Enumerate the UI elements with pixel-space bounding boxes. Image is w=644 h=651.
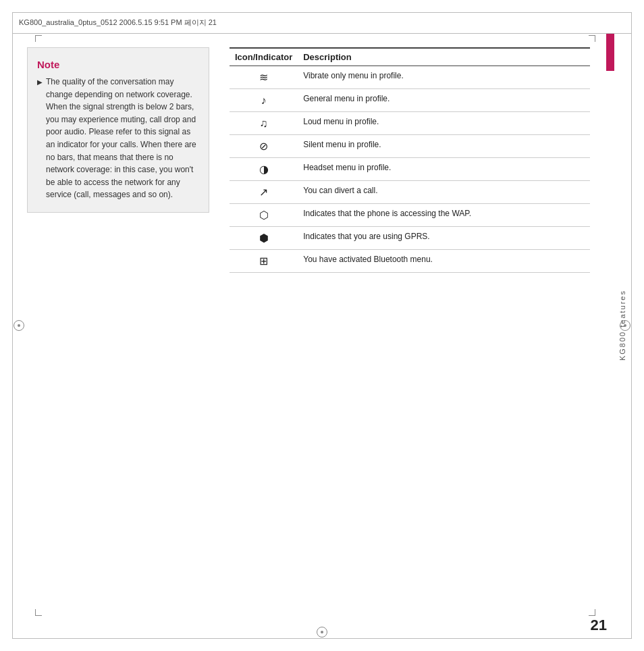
description-cell: Vibrate only menu in profile. bbox=[298, 66, 590, 89]
icon-cell: ⬡ bbox=[230, 204, 298, 227]
col2-header: Description bbox=[298, 48, 590, 66]
table-row: ≋Vibrate only menu in profile. bbox=[230, 66, 590, 89]
icon-indicator: ⬡ bbox=[259, 209, 269, 222]
note-title: Note bbox=[37, 59, 199, 70]
description-cell: Indicates that the phone is accessing th… bbox=[298, 204, 590, 227]
icon-indicator: ⊘ bbox=[259, 140, 268, 153]
table-header-row: Icon/Indicator Description bbox=[230, 48, 590, 66]
icon-cell: ⬢ bbox=[230, 227, 298, 250]
description-cell: Indicates that you are using GPRS. bbox=[298, 227, 590, 250]
table-area: Icon/Indicator Description ≋Vibrate only… bbox=[230, 47, 590, 273]
table-row: ♪General menu in profile. bbox=[230, 89, 590, 112]
table-row: ◑Headset menu in profile. bbox=[230, 158, 590, 181]
icon-cell: ⊞ bbox=[230, 250, 298, 273]
icon-cell: ↗ bbox=[230, 181, 298, 204]
icon-cell: ⊘ bbox=[230, 135, 298, 158]
table-row: ⊞You have activated Bluetooth menu. bbox=[230, 250, 590, 273]
note-box: Note ▶ The quality of the conversation m… bbox=[27, 47, 209, 213]
description-cell: General menu in profile. bbox=[298, 89, 590, 112]
table-row: ♫Loud menu in profile. bbox=[230, 112, 590, 135]
icon-indicator: ⊞ bbox=[259, 255, 268, 267]
bottom-center-mark bbox=[317, 627, 327, 637]
page-header: KG800_australia_0ptus_0512 2006.5.15 9:5… bbox=[12, 12, 632, 34]
table-row: ⬡Indicates that the phone is accessing t… bbox=[230, 204, 590, 227]
note-body-text: The quality of the conversation may chan… bbox=[46, 76, 199, 201]
page-number: 21 bbox=[591, 617, 607, 634]
icon-indicator: ≋ bbox=[259, 71, 268, 84]
icon-indicator: ♫ bbox=[260, 118, 268, 130]
table-row: ⊘Silent menu in profile. bbox=[230, 135, 590, 158]
icon-indicator: ◑ bbox=[259, 163, 269, 176]
right-center-mark bbox=[620, 320, 630, 331]
icon-cell: ♫ bbox=[230, 112, 298, 135]
note-body: ▶ The quality of the conversation may ch… bbox=[37, 76, 199, 201]
icons-table: Icon/Indicator Description ≋Vibrate only… bbox=[230, 47, 590, 273]
description-cell: Loud menu in profile. bbox=[298, 112, 590, 135]
main-content: Note ▶ The quality of the conversation m… bbox=[20, 34, 597, 610]
icon-cell: ≋ bbox=[230, 66, 298, 89]
description-cell: You can divert a call. bbox=[298, 181, 590, 204]
table-row: ↗You can divert a call. bbox=[230, 181, 590, 204]
icon-indicator: ↗ bbox=[259, 186, 268, 199]
icon-indicator: ⬢ bbox=[259, 232, 269, 244]
icon-indicator: ♪ bbox=[261, 95, 267, 107]
icon-cell: ◑ bbox=[230, 158, 298, 181]
header-text: KG800_australia_0ptus_0512 2006.5.15 9:5… bbox=[19, 18, 217, 28]
icon-cell: ♪ bbox=[230, 89, 298, 112]
note-bullet: ▶ bbox=[37, 77, 43, 201]
table-row: ⬢Indicates that you are using GPRS. bbox=[230, 227, 590, 250]
description-cell: You have activated Bluetooth menu. bbox=[298, 250, 590, 273]
description-cell: Headset menu in profile. bbox=[298, 158, 590, 181]
col1-header: Icon/Indicator bbox=[230, 48, 298, 66]
description-cell: Silent menu in profile. bbox=[298, 135, 590, 158]
